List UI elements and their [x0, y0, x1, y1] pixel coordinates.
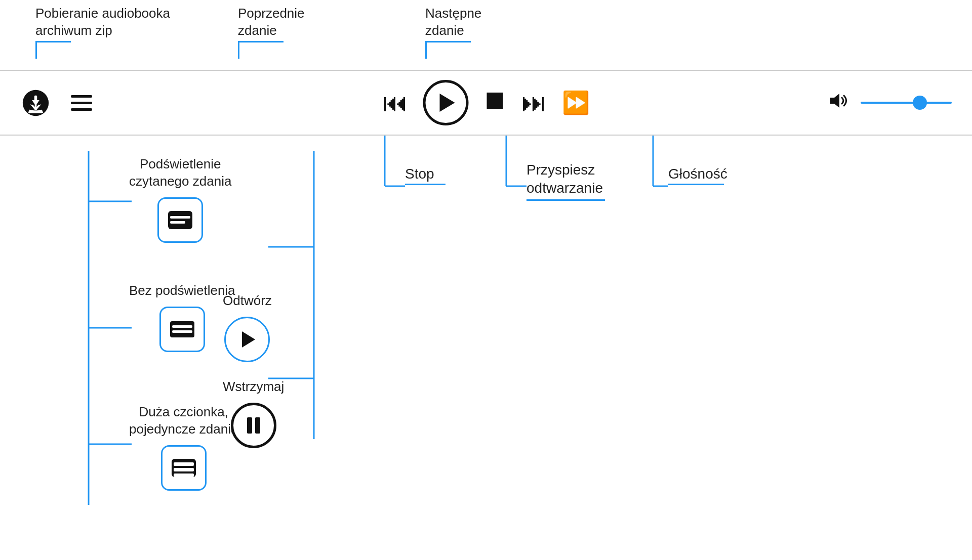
- node-large-font: Duża czcionka,pojedyncze zdania: [129, 404, 238, 491]
- svg-marker-31: [242, 331, 255, 348]
- volume-slider[interactable]: [861, 102, 952, 104]
- svg-rect-4: [34, 95, 37, 102]
- play-button[interactable]: [423, 80, 469, 125]
- pause-node-button[interactable]: [231, 403, 276, 448]
- svg-marker-7: [830, 94, 839, 108]
- node-no-highlight: Bez podświetlenia: [129, 282, 235, 352]
- svg-rect-30: [174, 473, 194, 477]
- stop-button[interactable]: [484, 90, 506, 116]
- svg-rect-22: [170, 216, 190, 219]
- svg-rect-26: [172, 330, 192, 333]
- svg-rect-6: [487, 93, 503, 109]
- svg-rect-23: [170, 221, 185, 224]
- svg-rect-24: [170, 321, 194, 337]
- svg-marker-5: [440, 94, 455, 112]
- next-sentence-button[interactable]: ⏭: [521, 88, 547, 117]
- label-download: Pobieranie audiobooka archiwum zip: [35, 5, 170, 39]
- node-pause: Wstrzymaj: [223, 378, 284, 448]
- label-prev-sentence: Poprzedniezdanie: [238, 5, 305, 39]
- stop-annotation-label: Stop: [405, 166, 434, 182]
- download-button[interactable]: [20, 88, 51, 118]
- no-highlight-icon-button[interactable]: [159, 307, 205, 352]
- node-highlight: Podświetlenieczytanego zdania: [129, 156, 231, 243]
- volume-icon: [828, 90, 850, 116]
- play-node-button[interactable]: [224, 317, 270, 362]
- label-next-sentence: Następnezdanie: [425, 5, 481, 39]
- svg-rect-29: [174, 468, 194, 471]
- large-font-icon-button[interactable]: [161, 445, 207, 491]
- node-play: Odtwórz: [223, 292, 272, 362]
- fast-forward-button[interactable]: ⏩: [562, 90, 590, 116]
- svg-rect-32: [247, 417, 252, 434]
- speed-annotation-label: Przyspieszodtwarzanie: [526, 161, 603, 198]
- highlight-icon-button[interactable]: [157, 197, 203, 243]
- diagram-area: Stop Przyspieszodtwarzanie Głośność Podś…: [0, 136, 972, 560]
- prev-sentence-button[interactable]: ⏮: [383, 88, 408, 117]
- toolbar: ⏮ ⏭ ⏩: [0, 70, 972, 136]
- svg-rect-21: [168, 211, 192, 229]
- volume-annotation-label: Głośność: [668, 166, 727, 182]
- svg-rect-25: [172, 325, 192, 328]
- menu-button[interactable]: [66, 90, 97, 116]
- svg-rect-28: [174, 462, 194, 466]
- svg-rect-33: [255, 417, 260, 434]
